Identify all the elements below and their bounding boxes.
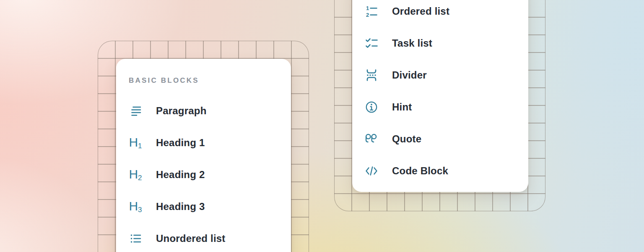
menu-list-right: 12 Ordered list Task list Divider Hint Q… — [352, 0, 528, 187]
divider-icon — [365, 68, 378, 82]
menu-item-label: Divider — [392, 69, 427, 81]
hero-background: BASIC BLOCKS ParagraphH1Heading 1H2Headi… — [0, 0, 644, 252]
task-list-icon — [365, 37, 378, 50]
menu-item-label: Code Block — [392, 165, 448, 177]
menu-item-label: Heading 3 — [156, 201, 205, 213]
unordered-list-icon — [129, 232, 142, 245]
ordered-list-icon: 12 — [365, 5, 378, 18]
heading-2-icon: H2 — [129, 168, 142, 181]
menu-item-paragraph[interactable]: Paragraph — [116, 95, 291, 127]
svg-text:2: 2 — [366, 12, 369, 18]
section-label: BASIC BLOCKS — [129, 76, 291, 86]
menu-item-label: Paragraph — [156, 105, 207, 117]
menu-item-label: Quote — [392, 133, 421, 145]
insert-blocks-menu: 12 Ordered list Task list Divider Hint Q… — [352, 0, 528, 192]
menu-item-label: Unordered list — [156, 233, 226, 244]
basic-blocks-menu: BASIC BLOCKS ParagraphH1Heading 1H2Headi… — [116, 59, 291, 252]
menu-item-label: Task list — [392, 37, 432, 49]
menu-item-heading-1[interactable]: H1Heading 1 — [116, 127, 291, 159]
menu-item-unordered-list[interactable]: Unordered list — [116, 223, 291, 252]
svg-text:1: 1 — [366, 5, 369, 11]
menu-item-ordered-list[interactable]: 12 Ordered list — [352, 0, 528, 27]
menu-item-heading-3[interactable]: H3Heading 3 — [116, 191, 291, 223]
menu-item-hint[interactable]: Hint — [352, 91, 528, 123]
heading-1-icon: H1 — [129, 136, 142, 150]
quote-icon — [365, 132, 378, 146]
menu-item-heading-2[interactable]: H2Heading 2 — [116, 159, 291, 191]
menu-item-task-list[interactable]: Task list — [352, 27, 528, 59]
menu-item-divider[interactable]: Divider — [352, 59, 528, 91]
menu-item-label: Heading 1 — [156, 137, 205, 149]
menu-item-label: Ordered list — [392, 5, 449, 17]
paragraph-icon — [129, 104, 142, 118]
menu-item-label: Hint — [392, 101, 412, 113]
menu-item-code-block[interactable]: Code Block — [352, 155, 528, 187]
menu-item-label: Heading 2 — [156, 169, 205, 181]
code-block-icon — [365, 164, 378, 178]
menu-list-left: ParagraphH1Heading 1H2Heading 2H3Heading… — [116, 95, 291, 252]
menu-item-quote[interactable]: Quote — [352, 123, 528, 155]
heading-3-icon: H3 — [129, 200, 142, 213]
hint-icon — [365, 100, 378, 114]
